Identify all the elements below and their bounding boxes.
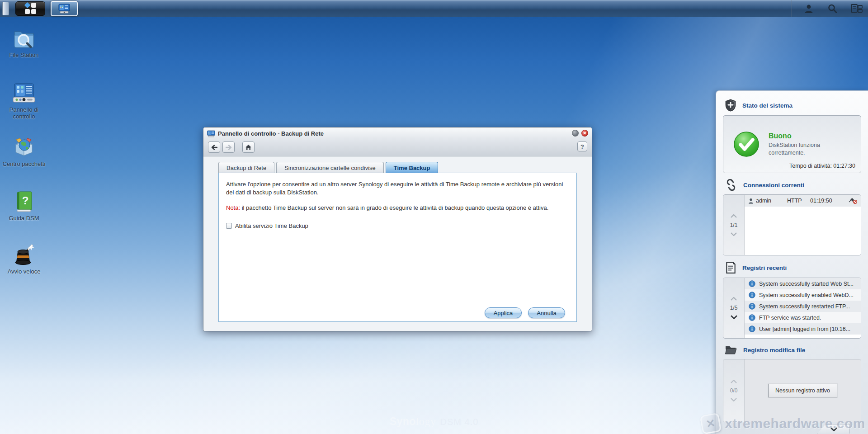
note-label: Nota: bbox=[226, 204, 240, 211]
page-down-icon[interactable] bbox=[731, 315, 737, 319]
open-folder-icon bbox=[725, 344, 737, 355]
tab-bar: Backup di Rete Sincronizzazione cartelle… bbox=[218, 161, 577, 173]
log-row[interactable]: System successfully started Web St... bbox=[745, 278, 861, 289]
description-text: Attivare l'opzione per consentire ad un … bbox=[226, 180, 569, 197]
back-button[interactable] bbox=[208, 142, 220, 153]
system-status-header: Stato del sistema bbox=[725, 99, 861, 112]
file-log-header: Registro modifica file bbox=[725, 344, 861, 355]
show-desktop-button[interactable] bbox=[2, 2, 9, 15]
log-text: FTP service was started. bbox=[759, 315, 821, 321]
info-icon bbox=[749, 292, 755, 298]
logs-pager: 1/5 bbox=[723, 278, 744, 338]
search-icon[interactable] bbox=[827, 4, 837, 14]
log-text: System successfully restarted FTP... bbox=[759, 303, 850, 310]
brand-syno: Syno bbox=[390, 415, 416, 427]
connections-list: admin HTTP 01:19:50 bbox=[744, 195, 861, 255]
pager-count: 1/1 bbox=[730, 222, 738, 228]
desktop-icon-label: Pannello di controllo bbox=[0, 106, 48, 120]
log-row[interactable]: User [admin] logged in from [10.16... bbox=[745, 323, 861, 335]
connection-time: 01:19:50 bbox=[810, 198, 846, 204]
tab-backup-di-rete[interactable]: Backup di Rete bbox=[218, 162, 274, 173]
log-row[interactable]: System successfully enabled WebD... bbox=[745, 289, 861, 301]
sidebar-collapse-button[interactable] bbox=[817, 424, 850, 434]
enable-time-backup-checkbox[interactable] bbox=[226, 223, 232, 229]
desktop-icon-file-station[interactable]: File Station bbox=[0, 28, 48, 58]
system-status-box: Buono DiskStation funziona correttamente… bbox=[723, 115, 861, 173]
control-panel-mini-icon bbox=[58, 4, 70, 14]
forward-button[interactable] bbox=[222, 142, 235, 153]
status-message: DiskStation funziona correttamente. bbox=[769, 142, 836, 156]
status-ok-icon bbox=[733, 131, 760, 157]
desktop-icon-quick-start[interactable]: Avvio veloce bbox=[0, 244, 48, 275]
tab-sincronizzazione[interactable]: Sincronizzazione cartelle condivise bbox=[276, 162, 384, 173]
connection-protocol: HTTP bbox=[787, 198, 807, 204]
checkbox-label: Abilita servizio Time Backup bbox=[235, 222, 308, 229]
file-log-pager: 0/0 bbox=[723, 359, 744, 422]
pilot-view-icon[interactable] bbox=[851, 4, 863, 14]
desktop-icon-package-center[interactable]: Centro pacchetti bbox=[0, 137, 48, 167]
tab-time-backup[interactable]: Time Backup bbox=[386, 162, 439, 173]
no-active-log-label: Nessun registro attivo bbox=[768, 384, 837, 397]
log-row[interactable]: FTP service was started. bbox=[745, 312, 861, 323]
control-panel-window: Pannello di controllo - Backup di Rete ✕ bbox=[203, 127, 592, 331]
connections-pager: 1/1 bbox=[723, 195, 744, 255]
page-up-icon[interactable] bbox=[731, 380, 737, 383]
brand-product: DSM 4.0 bbox=[440, 417, 479, 427]
log-text: System successfully started Web St... bbox=[759, 281, 854, 287]
svg-text:?: ? bbox=[22, 194, 29, 207]
home-icon bbox=[245, 144, 252, 151]
user-icon[interactable] bbox=[804, 4, 814, 14]
pager-count: 1/5 bbox=[730, 305, 738, 311]
log-row[interactable]: System successfully restarted FTP... bbox=[745, 301, 861, 312]
apply-button[interactable]: Applica bbox=[485, 307, 522, 318]
shield-icon bbox=[725, 99, 736, 112]
page-down-icon[interactable] bbox=[731, 232, 737, 236]
taskbar-tray bbox=[792, 0, 863, 17]
info-icon bbox=[749, 303, 755, 310]
status-value: Buono bbox=[769, 132, 836, 140]
help-button[interactable]: ? bbox=[577, 142, 587, 151]
desktop-icon-dsm-help[interactable]: ? Guida DSM bbox=[0, 191, 48, 222]
file-log-box: 0/0 Nessun registro attivo bbox=[723, 359, 861, 422]
page-up-icon[interactable] bbox=[731, 214, 737, 218]
forward-arrow-icon bbox=[226, 145, 232, 150]
window-title-icon bbox=[207, 130, 215, 137]
back-arrow-icon bbox=[211, 145, 217, 150]
page-up-icon[interactable] bbox=[731, 297, 737, 301]
logs-list: System successfully started Web St... Sy… bbox=[744, 278, 861, 338]
taskbar-item-control-panel[interactable] bbox=[51, 1, 78, 16]
cancel-button[interactable]: Annulla bbox=[528, 307, 565, 318]
chevron-down-icon bbox=[830, 427, 837, 431]
log-document-icon bbox=[725, 261, 736, 274]
main-menu-button[interactable] bbox=[15, 1, 45, 16]
desktop-icon-label: Centro pacchetti bbox=[3, 160, 46, 167]
note-text: Nota: il pacchetto Time Backup sul serve… bbox=[226, 204, 569, 212]
info-icon bbox=[749, 314, 755, 321]
enable-time-backup-row: Abilita servizio Time Backup bbox=[226, 222, 569, 229]
uptime-label: Tempo di attività: 01:27:30 bbox=[789, 163, 855, 169]
file-station-icon bbox=[13, 28, 35, 49]
dsm-help-icon: ? bbox=[14, 191, 34, 212]
disconnect-icon[interactable] bbox=[849, 198, 857, 204]
desktop-icon-label: File Station bbox=[9, 52, 38, 58]
widget-title: Stato del sistema bbox=[742, 102, 793, 109]
connection-row[interactable]: admin HTTP 01:19:50 bbox=[745, 195, 861, 207]
link-icon bbox=[725, 179, 737, 191]
recent-logs-header: Registri recenti bbox=[725, 261, 861, 274]
desktop-icon-control-panel[interactable]: Pannello di controllo bbox=[0, 83, 48, 120]
note-body: il pacchetto Time Backup sul server non … bbox=[240, 204, 548, 211]
home-button[interactable] bbox=[242, 142, 255, 153]
log-text: User [admin] logged in from [10.16... bbox=[759, 326, 850, 332]
widget-title: Connessioni correnti bbox=[743, 182, 804, 189]
desktop-icon-label: Avvio veloce bbox=[8, 268, 41, 275]
close-button[interactable]: ✕ bbox=[581, 130, 588, 137]
connections-header: Connessioni correnti bbox=[725, 179, 861, 191]
desktop-icon-label: Guida DSM bbox=[9, 215, 39, 222]
page-down-icon[interactable] bbox=[731, 398, 737, 401]
info-icon bbox=[749, 326, 755, 332]
widget-title: Registri recenti bbox=[742, 264, 787, 271]
dsm-brand-logo: Synology DSM 4.0 bbox=[390, 415, 479, 428]
time-backup-panel: Attivare l'opzione per consentire ad un … bbox=[218, 173, 577, 322]
user-small-icon bbox=[748, 198, 754, 204]
minimize-button[interactable] bbox=[572, 130, 579, 137]
